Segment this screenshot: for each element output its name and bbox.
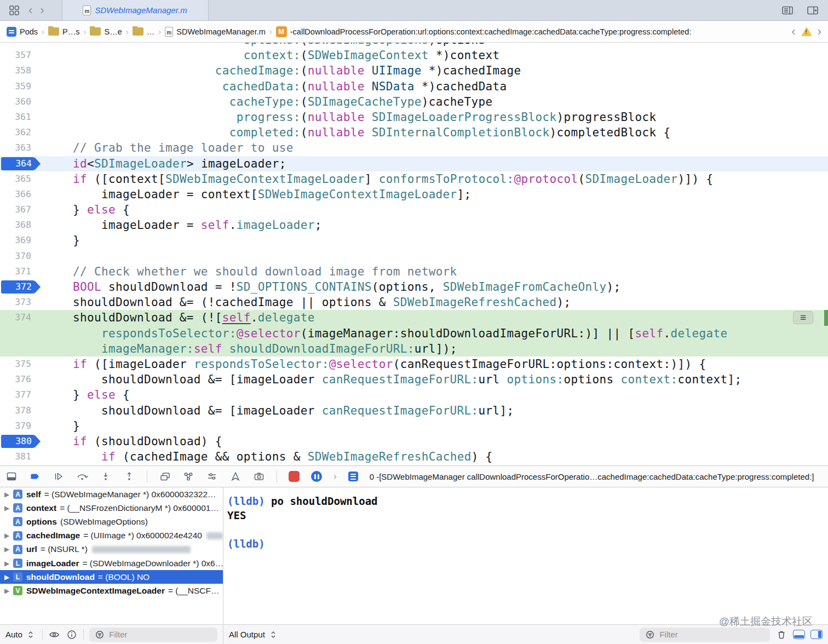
line-number-gutter[interactable]: 363 <box>0 140 44 156</box>
line-number-gutter[interactable] <box>0 341 44 357</box>
disclosure-triangle-icon[interactable]: ▶ <box>4 587 13 595</box>
line-number-gutter[interactable]: 378 <box>0 403 44 418</box>
variable-row[interactable]: ▶LshouldDownload= (BOOL) NO <box>0 570 223 584</box>
line-number-gutter[interactable]: 365 <box>0 171 44 187</box>
code-line[interactable]: 373 shouldDownload &= (!cachedImage || o… <box>0 295 828 310</box>
code-line[interactable]: 367 } else { <box>0 202 828 217</box>
variable-scope-selector[interactable]: Auto <box>5 629 37 641</box>
variable-row[interactable]: ▶AcachedImage= (UIImage *) 0x6000024e424… <box>0 529 223 543</box>
simulate-location-icon[interactable] <box>229 470 242 482</box>
trash-icon[interactable] <box>775 629 787 641</box>
tab-overview-icon[interactable] <box>8 4 21 17</box>
environment-overrides-icon[interactable] <box>206 470 218 482</box>
line-number-gutter[interactable]: 358 <box>0 63 44 78</box>
disclosure-triangle-icon[interactable]: ▶ <box>4 491 13 498</box>
dock-bottom-icon[interactable] <box>793 630 805 639</box>
code-line[interactable]: 369 } <box>0 233 828 248</box>
add-editor-icon[interactable] <box>806 4 819 17</box>
breadcrumb-group-2[interactable]: S…e <box>90 27 122 36</box>
breadcrumb-group-3[interactable]: … <box>133 27 155 36</box>
code-line[interactable]: 374 shouldDownload &= (![self.delegate≡ <box>0 310 828 325</box>
step-into-icon[interactable] <box>100 470 112 482</box>
code-editor[interactable]: options:(SDWebImageOptions)options357 co… <box>0 43 828 465</box>
code-line[interactable]: 372 BOOL shouldDownload = !SD_OPTIONS_CO… <box>0 279 828 295</box>
console-filter-input[interactable] <box>658 629 765 640</box>
variable-row[interactable]: ▶Acontext= (__NSFrozenDictionaryM *) 0x6… <box>0 501 223 515</box>
back-chevron-icon[interactable]: ‹ <box>28 4 32 16</box>
line-number-gutter[interactable]: 367 <box>0 202 44 217</box>
code-line[interactable]: 380 if (shouldDownload) { <box>0 434 828 449</box>
paused-thread-icon[interactable] <box>311 471 322 482</box>
step-out-icon[interactable] <box>123 470 135 482</box>
code-line[interactable]: 366 imageLoader = context[SDWebImageCont… <box>0 187 828 202</box>
line-number-gutter[interactable]: 373 <box>0 295 44 310</box>
code-line[interactable]: 379 } <box>0 418 828 434</box>
quicklook-eye-icon[interactable] <box>48 629 60 641</box>
variable-row[interactable]: Aoptions(SDWebImageOptions) <box>0 515 223 528</box>
line-number-gutter[interactable]: 360 <box>0 94 44 110</box>
code-line[interactable]: 376 shouldDownload &= [imageLoader canRe… <box>0 372 828 387</box>
console-filter-field[interactable] <box>640 628 770 642</box>
thread-indicator-tag[interactable]: ≡ <box>793 311 813 324</box>
code-line[interactable]: 363 // Grab the image loader to use <box>0 140 828 156</box>
variable-row[interactable]: ▶VSDWebImageContextImageLoader= (__NSCF… <box>0 584 223 597</box>
variables-filter-input[interactable] <box>108 629 212 640</box>
disclosure-triangle-icon[interactable]: ▶ <box>4 560 13 567</box>
breakpoint-marker[interactable]: 372 <box>1 280 34 294</box>
line-number-gutter[interactable]: 364 <box>0 156 44 171</box>
line-number-gutter[interactable]: 369 <box>0 233 44 248</box>
metal-capture-icon[interactable] <box>253 470 265 482</box>
code-line[interactable]: 361 progress:(nullable SDImageLoaderProg… <box>0 110 828 125</box>
editor-options-icon[interactable] <box>781 4 794 17</box>
breakpoint-marker[interactable]: 380 <box>1 435 34 448</box>
continue-icon[interactable] <box>53 470 65 482</box>
breadcrumb-method[interactable]: M -callDownloadProcessForOperation:url:o… <box>276 26 692 37</box>
code-line[interactable]: 378 shouldDownload &= [imageLoader canRe… <box>0 403 828 418</box>
line-number-gutter[interactable]: 376 <box>0 372 44 387</box>
code-line[interactable]: 368 imageLoader = self.imageLoader; <box>0 217 828 233</box>
line-number-gutter[interactable]: 361 <box>0 110 44 125</box>
variable-row[interactable]: ▶Aurl= (NSURL *) <box>0 543 223 556</box>
line-number-gutter[interactable]: 381 <box>0 449 44 464</box>
line-number-gutter[interactable]: 372 <box>0 279 44 295</box>
code-line[interactable]: imageManager:self shouldDownloadImageFor… <box>0 341 828 357</box>
code-line[interactable]: 371 // Check whether we should download … <box>0 264 828 279</box>
variable-row[interactable]: ▶Aself= (SDWebImageManager *) 0x60000323… <box>0 487 223 501</box>
app-icon[interactable] <box>289 471 300 482</box>
code-line[interactable]: 357 context:(SDWebImageContext *)context <box>0 48 828 63</box>
line-number-gutter[interactable]: 371 <box>0 264 44 279</box>
stack-frame-label[interactable]: 0 -[SDWebImageManager callDownloadProces… <box>370 472 814 481</box>
breakpoint-marker[interactable]: 364 <box>1 157 34 170</box>
line-number-gutter[interactable]: 359 <box>0 79 44 94</box>
line-number-gutter[interactable]: 370 <box>0 249 44 264</box>
step-over-icon[interactable] <box>76 470 88 482</box>
breadcrumb-project[interactable]: Pods <box>7 27 38 37</box>
code-line[interactable]: 370 <box>0 249 828 264</box>
line-number-gutter[interactable]: 380 <box>0 434 44 449</box>
line-number-gutter[interactable]: 374 <box>0 310 44 325</box>
code-line[interactable]: options:(SDWebImageOptions)options <box>0 43 828 48</box>
line-number-gutter[interactable]: 375 <box>0 357 44 372</box>
variable-row[interactable]: ▶LimageLoader= (SDWebImageDownloader *) … <box>0 556 223 570</box>
disclosure-triangle-icon[interactable]: ▶ <box>4 504 13 512</box>
editor-tab[interactable]: m SDWebImageManager.m <box>62 0 209 20</box>
line-number-gutter[interactable]: 368 <box>0 217 44 233</box>
console-output[interactable]: (lldb) po shouldDownload YES (lldb) <box>224 487 828 624</box>
code-line[interactable]: 381 if (cachedImage && options & SDWebIm… <box>0 449 828 464</box>
code-line[interactable]: 365 if ([context[SDWebImageContextImageL… <box>0 171 828 187</box>
code-line[interactable]: 359 cachedData:(nullable NSData *)cached… <box>0 79 828 94</box>
line-number-gutter[interactable]: 366 <box>0 187 44 202</box>
previous-issue-chevron-icon[interactable]: ‹ <box>791 26 795 38</box>
disclosure-triangle-icon[interactable]: ▶ <box>4 573 13 581</box>
breadcrumb-file[interactable]: m SDWebImageManager.m <box>165 27 266 37</box>
code-line[interactable]: 375 if ([imageLoader respondsToSelector:… <box>0 357 828 372</box>
view-hierarchy-icon[interactable] <box>159 470 171 482</box>
memory-graph-icon[interactable] <box>182 470 194 482</box>
breadcrumb-group-1[interactable]: P…s <box>48 27 79 36</box>
line-number-gutter[interactable]: 379 <box>0 418 44 434</box>
line-number-gutter[interactable]: 357 <box>0 48 44 63</box>
warning-icon[interactable] <box>801 27 812 36</box>
line-number-gutter[interactable] <box>0 326 44 341</box>
breakpoints-toggle-icon[interactable] <box>29 470 41 482</box>
code-line[interactable]: 360 cacheType:(SDImageCacheType)cacheTyp… <box>0 94 828 110</box>
